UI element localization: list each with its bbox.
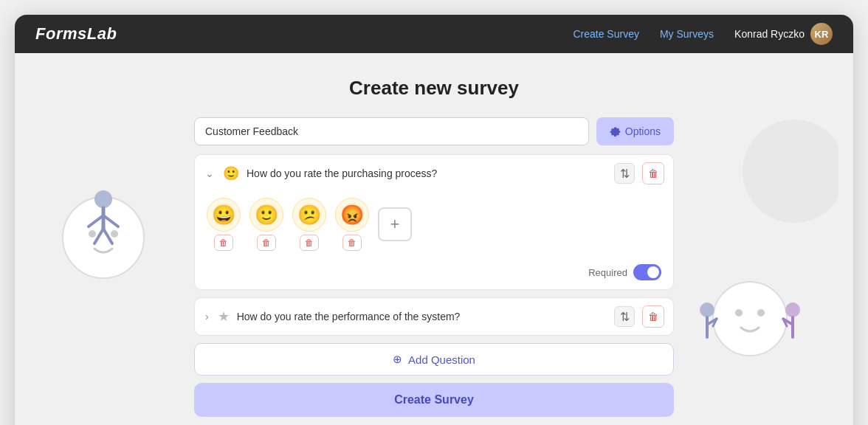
question-text-input-1[interactable]	[247, 167, 607, 179]
required-row-1: Required	[195, 261, 673, 289]
svg-point-2	[111, 230, 118, 238]
svg-line-19	[713, 319, 717, 326]
question-header-2: › ★ ⇅ 🗑	[195, 298, 673, 335]
emoji-type-icon-1: 🙂	[223, 165, 239, 182]
options-button[interactable]: Options	[596, 117, 674, 145]
deco-right-circle	[691, 112, 838, 260]
svg-point-9	[743, 120, 838, 223]
nav-my-surveys[interactable]: My Surveys	[660, 28, 714, 40]
emoji-smile: 🙂	[249, 198, 283, 232]
required-label-1: Required	[588, 267, 627, 278]
deco-left	[37, 142, 170, 289]
nav-right: Create Survey My Surveys Konrad Ryczko K…	[573, 23, 833, 45]
svg-line-20	[783, 319, 787, 326]
trash-icon-1: 🗑	[648, 167, 658, 179]
svg-point-11	[735, 309, 743, 317]
svg-line-7	[94, 229, 103, 243]
reorder-btn-1[interactable]: ⇅	[614, 163, 635, 184]
survey-name-input[interactable]	[194, 117, 589, 145]
svg-line-8	[103, 229, 112, 243]
create-survey-label: Create Survey	[394, 393, 474, 406]
svg-line-5	[89, 215, 103, 227]
add-question-label: Add Question	[408, 353, 475, 366]
create-survey-btn[interactable]: Create Survey	[194, 383, 674, 417]
emoji-confused: 😕	[292, 198, 326, 232]
emoji-item-2: 🙂 🗑	[249, 198, 283, 251]
gear-icon	[610, 126, 621, 137]
delete-emoji-4[interactable]: 🗑	[342, 235, 362, 251]
svg-point-16	[785, 303, 800, 317]
svg-line-15	[707, 319, 717, 325]
emoji-item-4: 😡 🗑	[335, 198, 369, 251]
delete-emoji-3[interactable]: 🗑	[300, 235, 319, 251]
options-label: Options	[625, 125, 661, 137]
svg-point-13	[700, 303, 714, 317]
nav-user: Konrad Ryczko KR	[734, 23, 833, 45]
svg-line-18	[783, 319, 793, 325]
question-card-1: ⌄ 🙂 ⇅ 🗑 😀 🗑 🙂 🗑	[194, 154, 674, 290]
add-question-icon: ⊕	[393, 353, 402, 366]
user-name: Konrad Ryczko	[734, 28, 805, 40]
main-content: Create new survey Options ⌄ 🙂	[15, 53, 853, 425]
add-question-btn[interactable]: ⊕ Add Question	[194, 343, 674, 376]
add-emoji-btn[interactable]: +	[378, 207, 412, 241]
expand-collapse-btn-2[interactable]: ›	[204, 309, 210, 324]
app-logo: FormsLab	[35, 24, 117, 44]
trash-icon-2: 🗑	[648, 311, 658, 322]
delete-emoji-2[interactable]: 🗑	[257, 235, 276, 251]
navbar: FormsLab Create Survey My Surveys Konrad…	[15, 15, 853, 53]
emoji-happy: 😀	[207, 198, 241, 232]
delete-question-btn-1[interactable]: 🗑	[642, 162, 664, 184]
expand-collapse-btn-1[interactable]: ⌄	[204, 166, 216, 181]
svg-point-3	[94, 190, 112, 208]
svg-point-1	[89, 230, 96, 238]
question-header-1: ⌄ 🙂 ⇅ 🗑	[195, 155, 673, 192]
emoji-item-3: 😕 🗑	[292, 198, 326, 251]
survey-title-row: Options	[194, 117, 674, 145]
emoji-item-1: 😀 🗑	[207, 198, 241, 251]
page-title: Create new survey	[349, 77, 519, 100]
emoji-angry: 😡	[335, 198, 369, 232]
survey-container: Options ⌄ 🙂 ⇅ 🗑 😀 �	[194, 117, 674, 417]
svg-point-10	[713, 282, 787, 356]
svg-line-6	[103, 215, 118, 227]
svg-point-12	[757, 309, 765, 317]
star-type-icon-2: ★	[218, 308, 230, 325]
delete-question-btn-2[interactable]: 🗑	[642, 305, 664, 328]
avatar: KR	[810, 23, 833, 45]
emoji-section-1: 😀 🗑 🙂 🗑 😕 🗑 😡 🗑 +	[195, 192, 673, 261]
question-text-input-2[interactable]	[237, 311, 607, 322]
delete-emoji-1[interactable]: 🗑	[214, 235, 233, 251]
svg-point-0	[63, 197, 144, 278]
reorder-btn-2[interactable]: ⇅	[614, 306, 635, 327]
required-toggle-1[interactable]	[633, 264, 661, 280]
deco-right-figures	[691, 260, 809, 378]
nav-create-survey[interactable]: Create Survey	[573, 28, 638, 40]
question-card-2: › ★ ⇅ 🗑	[194, 297, 674, 336]
